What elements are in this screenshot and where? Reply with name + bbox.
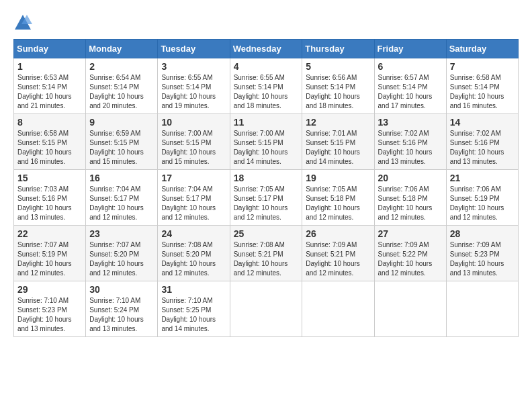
day-number: 14 (450, 117, 515, 128)
day-info: Sunrise: 6:58 AMSunset: 5:15 PMDaylight:… (17, 130, 72, 165)
day-number: 26 (306, 228, 370, 239)
calendar-cell: 7Sunrise: 6:58 AMSunset: 5:14 PMDaylight… (446, 58, 518, 114)
calendar-cell: 3Sunrise: 6:55 AMSunset: 5:14 PMDaylight… (158, 58, 230, 114)
calendar-cell: 30Sunrise: 7:10 AMSunset: 5:24 PMDayligh… (86, 281, 158, 337)
day-number: 21 (450, 173, 515, 183)
day-info: Sunrise: 6:57 AMSunset: 5:14 PMDaylight:… (378, 74, 433, 109)
header-friday: Friday (374, 40, 446, 58)
day-number: 3 (161, 61, 226, 72)
day-number: 20 (378, 173, 443, 183)
day-number: 16 (89, 173, 154, 183)
day-info: Sunrise: 6:53 AMSunset: 5:14 PMDaylight:… (17, 74, 72, 109)
calendar-cell: 27Sunrise: 7:09 AMSunset: 5:22 PMDayligh… (374, 226, 446, 281)
day-number: 30 (89, 284, 154, 295)
day-number: 27 (378, 228, 443, 239)
day-number: 7 (450, 61, 515, 72)
day-info: Sunrise: 6:56 AMSunset: 5:14 PMDaylight:… (306, 74, 360, 109)
day-info: Sunrise: 6:58 AMSunset: 5:14 PMDaylight:… (450, 74, 504, 109)
calendar-cell: 23Sunrise: 7:07 AMSunset: 5:20 PMDayligh… (86, 226, 158, 281)
day-info: Sunrise: 7:09 AMSunset: 5:23 PMDaylight:… (450, 241, 504, 277)
day-number: 11 (234, 117, 299, 128)
calendar-week-3: 15Sunrise: 7:03 AMSunset: 5:16 PMDayligh… (14, 170, 519, 226)
header-monday: Monday (86, 40, 158, 58)
calendar-cell: 8Sunrise: 6:58 AMSunset: 5:15 PMDaylight… (14, 114, 86, 170)
day-info: Sunrise: 7:02 AMSunset: 5:16 PMDaylight:… (378, 130, 433, 165)
day-info: Sunrise: 7:06 AMSunset: 5:19 PMDaylight:… (450, 185, 504, 221)
calendar-cell: 10Sunrise: 7:00 AMSunset: 5:15 PMDayligh… (158, 114, 230, 170)
day-info: Sunrise: 7:07 AMSunset: 5:19 PMDaylight:… (17, 241, 72, 277)
day-number: 24 (161, 228, 226, 239)
day-info: Sunrise: 7:08 AMSunset: 5:21 PMDaylight:… (234, 241, 288, 277)
day-number: 31 (161, 284, 226, 295)
calendar-cell (230, 281, 302, 337)
day-info: Sunrise: 6:55 AMSunset: 5:14 PMDaylight:… (161, 74, 216, 109)
day-info: Sunrise: 7:05 AMSunset: 5:18 PMDaylight:… (306, 185, 360, 221)
header-wednesday: Wednesday (230, 40, 302, 58)
calendar-cell: 14Sunrise: 7:02 AMSunset: 5:16 PMDayligh… (446, 114, 518, 170)
day-number: 1 (17, 61, 82, 72)
header-sunday: Sunday (14, 40, 86, 58)
page-header (13, 13, 519, 32)
day-info: Sunrise: 7:05 AMSunset: 5:17 PMDaylight:… (234, 185, 288, 221)
logo-icon (13, 13, 32, 32)
calendar-cell: 24Sunrise: 7:08 AMSunset: 5:20 PMDayligh… (158, 226, 230, 281)
calendar-cell: 21Sunrise: 7:06 AMSunset: 5:19 PMDayligh… (446, 170, 518, 226)
day-number: 8 (17, 117, 82, 128)
calendar-cell: 2Sunrise: 6:54 AMSunset: 5:14 PMDaylight… (86, 58, 158, 114)
calendar-cell (302, 281, 374, 337)
day-number: 22 (17, 228, 82, 239)
day-info: Sunrise: 7:03 AMSunset: 5:16 PMDaylight:… (17, 185, 72, 221)
calendar-cell: 11Sunrise: 7:00 AMSunset: 5:15 PMDayligh… (230, 114, 302, 170)
calendar-cell: 9Sunrise: 6:59 AMSunset: 5:15 PMDaylight… (86, 114, 158, 170)
calendar-cell: 31Sunrise: 7:10 AMSunset: 5:25 PMDayligh… (158, 281, 230, 337)
day-info: Sunrise: 7:04 AMSunset: 5:17 PMDaylight:… (161, 185, 216, 221)
calendar-week-1: 1Sunrise: 6:53 AMSunset: 5:14 PMDaylight… (14, 58, 519, 114)
day-number: 29 (17, 284, 82, 295)
calendar-cell: 28Sunrise: 7:09 AMSunset: 5:23 PMDayligh… (446, 226, 518, 281)
day-number: 23 (89, 228, 154, 239)
day-info: Sunrise: 6:55 AMSunset: 5:14 PMDaylight:… (234, 74, 288, 109)
calendar-cell: 5Sunrise: 6:56 AMSunset: 5:14 PMDaylight… (302, 58, 374, 114)
calendar-cell: 15Sunrise: 7:03 AMSunset: 5:16 PMDayligh… (14, 170, 86, 226)
day-number: 2 (89, 61, 154, 72)
calendar-cell: 12Sunrise: 7:01 AMSunset: 5:15 PMDayligh… (302, 114, 374, 170)
day-number: 15 (17, 173, 82, 183)
header-tuesday: Tuesday (158, 40, 230, 58)
day-info: Sunrise: 7:06 AMSunset: 5:18 PMDaylight:… (378, 185, 433, 221)
day-info: Sunrise: 6:59 AMSunset: 5:15 PMDaylight:… (89, 130, 144, 165)
calendar-cell: 22Sunrise: 7:07 AMSunset: 5:19 PMDayligh… (14, 226, 86, 281)
day-info: Sunrise: 7:10 AMSunset: 5:23 PMDaylight:… (17, 297, 72, 332)
day-number: 12 (306, 117, 370, 128)
day-number: 6 (378, 61, 443, 72)
calendar-cell: 26Sunrise: 7:09 AMSunset: 5:21 PMDayligh… (302, 226, 374, 281)
day-info: Sunrise: 7:09 AMSunset: 5:21 PMDaylight:… (306, 241, 360, 277)
calendar-header-row: SundayMondayTuesdayWednesdayThursdayFrid… (14, 40, 519, 58)
logo (13, 13, 35, 32)
day-info: Sunrise: 7:10 AMSunset: 5:25 PMDaylight:… (161, 297, 216, 332)
day-number: 18 (234, 173, 299, 183)
day-number: 25 (234, 228, 299, 239)
calendar-week-4: 22Sunrise: 7:07 AMSunset: 5:19 PMDayligh… (14, 226, 519, 281)
day-info: Sunrise: 7:07 AMSunset: 5:20 PMDaylight:… (89, 241, 144, 277)
header-saturday: Saturday (446, 40, 518, 58)
calendar-cell: 25Sunrise: 7:08 AMSunset: 5:21 PMDayligh… (230, 226, 302, 281)
day-info: Sunrise: 7:00 AMSunset: 5:15 PMDaylight:… (234, 130, 288, 165)
calendar-cell (446, 281, 518, 337)
day-number: 4 (234, 61, 299, 72)
day-number: 13 (378, 117, 443, 128)
day-number: 10 (161, 117, 226, 128)
calendar-cell-1: 1Sunrise: 6:53 AMSunset: 5:14 PMDaylight… (14, 58, 86, 114)
header-thursday: Thursday (302, 40, 374, 58)
day-info: Sunrise: 7:10 AMSunset: 5:24 PMDaylight:… (89, 297, 144, 332)
day-number: 19 (306, 173, 370, 183)
calendar-cell: 6Sunrise: 6:57 AMSunset: 5:14 PMDaylight… (374, 58, 446, 114)
calendar-week-2: 8Sunrise: 6:58 AMSunset: 5:15 PMDaylight… (14, 114, 519, 170)
day-info: Sunrise: 7:09 AMSunset: 5:22 PMDaylight:… (378, 241, 433, 277)
calendar-table: SundayMondayTuesdayWednesdayThursdayFrid… (13, 39, 519, 337)
calendar-cell (374, 281, 446, 337)
day-info: Sunrise: 7:01 AMSunset: 5:15 PMDaylight:… (306, 130, 360, 165)
calendar-cell: 4Sunrise: 6:55 AMSunset: 5:14 PMDaylight… (230, 58, 302, 114)
calendar-week-5: 29Sunrise: 7:10 AMSunset: 5:23 PMDayligh… (14, 281, 519, 337)
day-info: Sunrise: 7:00 AMSunset: 5:15 PMDaylight:… (161, 130, 216, 165)
day-info: Sunrise: 7:04 AMSunset: 5:17 PMDaylight:… (89, 185, 144, 221)
